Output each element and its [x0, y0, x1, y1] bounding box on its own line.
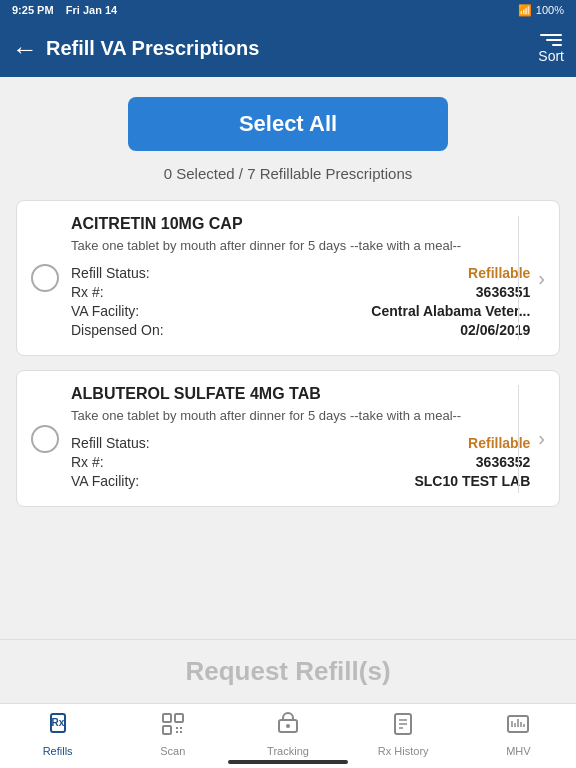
refill-status-label-2: Refill Status:: [71, 435, 150, 451]
select-all-button[interactable]: Select All: [128, 97, 448, 151]
rx-card-1-va-facility: VA Facility: Central Alabama Veter...: [71, 303, 530, 319]
header-left: ← Refill VA Prescriptions: [12, 36, 259, 62]
sort-icon: [540, 34, 562, 46]
rx-card-2-refill-status: Refill Status: Refillable: [71, 435, 530, 451]
selection-status: 0 Selected / 7 Refillable Prescriptions: [16, 165, 560, 182]
rx-card-1-rx-number: Rx #: 3636351: [71, 284, 530, 300]
rx-card-1-name: ACITRETIN 10MG CAP: [71, 215, 530, 233]
rx-number-label-2: Rx #:: [71, 454, 104, 470]
page-title: Refill VA Prescriptions: [46, 37, 259, 60]
refill-status-value-1: Refillable: [468, 265, 530, 281]
tab-tracking[interactable]: Tracking: [230, 704, 345, 768]
refills-icon: Rx: [44, 710, 72, 742]
svg-rect-8: [180, 731, 182, 733]
mhv-icon: [504, 710, 532, 742]
status-bar: 9:25 PM Fri Jan 14 📶 100%: [0, 0, 576, 20]
rx-card-1-left: [31, 215, 71, 341]
rx-card-1-instructions: Take one tablet by mouth after dinner fo…: [71, 237, 530, 255]
status-time-date: 9:25 PM Fri Jan 14: [12, 4, 117, 16]
sort-button[interactable]: Sort: [538, 34, 564, 64]
tab-bar: Rx Refills Scan Tracking: [0, 703, 576, 768]
va-facility-label-2: VA Facility:: [71, 473, 139, 489]
svg-rect-6: [180, 727, 182, 729]
tab-rx-history[interactable]: Rx History: [346, 704, 461, 768]
rx-card-2-va-facility: VA Facility: SLC10 TEST LAB: [71, 473, 530, 489]
prescription-card-1: ACITRETIN 10MG CAP Take one tablet by mo…: [16, 200, 560, 356]
tab-scan-label: Scan: [160, 745, 185, 757]
refill-status-value-2: Refillable: [468, 435, 530, 451]
tab-mhv-label: MHV: [506, 745, 530, 757]
home-indicator: [228, 760, 348, 764]
rx-card-2-left: [31, 385, 71, 492]
rx-card-1-radio[interactable]: [31, 264, 59, 292]
rx-card-2-radio[interactable]: [31, 425, 59, 453]
svg-rect-3: [175, 714, 183, 722]
tab-tracking-label: Tracking: [267, 745, 309, 757]
refill-btn-container: Request Refill(s): [0, 639, 576, 703]
rx-number-value-1: 3636351: [476, 284, 531, 300]
rx-card-1-right[interactable]: ›: [530, 215, 545, 341]
rx-card-2-rx-number: Rx #: 3636352: [71, 454, 530, 470]
svg-point-10: [286, 724, 290, 728]
rx-number-value-2: 3636352: [476, 454, 531, 470]
rx-card-2-instructions: Take one tablet by mouth after dinner fo…: [71, 407, 530, 425]
tab-refills[interactable]: Rx Refills: [0, 704, 115, 768]
chevron-right-icon-1: ›: [538, 267, 545, 290]
rx-card-2-name: ALBUTEROL SULFATE 4MG TAB: [71, 385, 530, 403]
rx-card-2-right[interactable]: ›: [530, 385, 545, 492]
wifi-icon: 📶: [518, 4, 532, 17]
battery-icon: 100%: [536, 4, 564, 16]
rx-card-2-body: ALBUTEROL SULFATE 4MG TAB Take one table…: [71, 385, 530, 492]
svg-rect-5: [176, 727, 178, 729]
va-facility-label-1: VA Facility:: [71, 303, 139, 319]
request-refill-button[interactable]: Request Refill(s): [16, 650, 560, 693]
svg-rect-4: [163, 726, 171, 734]
va-facility-value-2: SLC10 TEST LAB: [414, 473, 530, 489]
rx-card-1-refill-status: Refill Status: Refillable: [71, 265, 530, 281]
scan-icon: [159, 710, 187, 742]
tab-rx-history-label: Rx History: [378, 745, 429, 757]
back-button[interactable]: ←: [12, 36, 38, 62]
rx-card-1-dispensed-on: Dispensed On: 02/06/2019: [71, 322, 530, 338]
svg-rect-2: [163, 714, 171, 722]
sort-label: Sort: [538, 48, 564, 64]
rx-card-1-body: ACITRETIN 10MG CAP Take one tablet by mo…: [71, 215, 530, 341]
refill-status-label: Refill Status:: [71, 265, 150, 281]
va-facility-value-1: Central Alabama Veter...: [371, 303, 530, 319]
tab-mhv[interactable]: MHV: [461, 704, 576, 768]
prescription-card-2: ALBUTEROL SULFATE 4MG TAB Take one table…: [16, 370, 560, 507]
dispensed-on-value-1: 02/06/2019: [460, 322, 530, 338]
header: ← Refill VA Prescriptions Sort: [0, 20, 576, 77]
tab-scan[interactable]: Scan: [115, 704, 230, 768]
tracking-icon: [274, 710, 302, 742]
rx-history-icon: [389, 710, 417, 742]
dispensed-on-label-1: Dispensed On:: [71, 322, 164, 338]
tab-refills-label: Refills: [43, 745, 73, 757]
svg-rect-7: [176, 731, 178, 733]
content-area: Select All 0 Selected / 7 Refillable Pre…: [0, 77, 576, 669]
svg-text:Rx: Rx: [51, 717, 64, 728]
rx-number-label-1: Rx #:: [71, 284, 104, 300]
chevron-right-icon-2: ›: [538, 427, 545, 450]
status-icons: 📶 100%: [518, 4, 564, 17]
